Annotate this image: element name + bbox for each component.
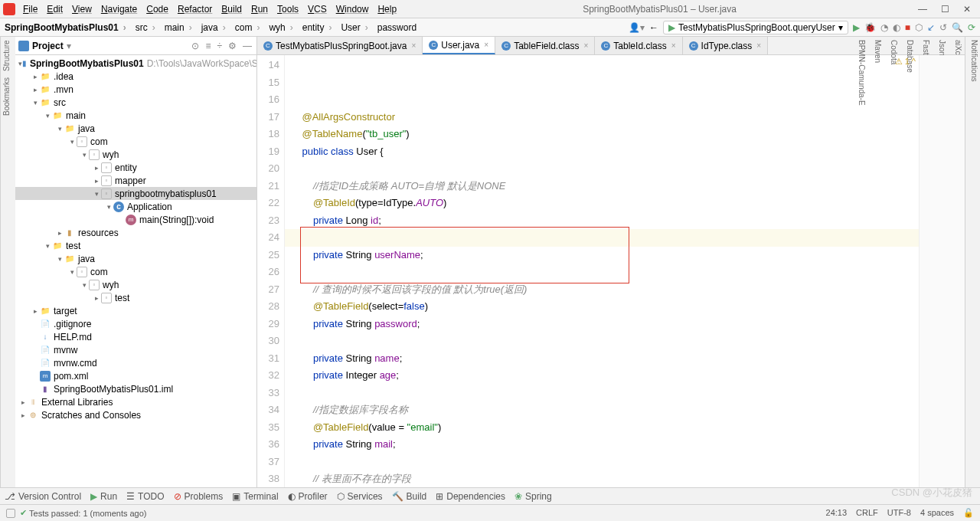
- right-tool-strip[interactable]: NotificationsaiXcoderJson ParserFast Req…: [965, 37, 980, 487]
- menu-edit[interactable]: Edit: [42, 2, 67, 16]
- close-tab-icon[interactable]: ×: [484, 41, 488, 49]
- settings-icon[interactable]: ⚙: [227, 41, 238, 51]
- window-title: SpringBootMybatisPlus01 – User.java: [403, 4, 916, 15]
- dependencies-tool[interactable]: ⊞ Dependencies: [436, 491, 505, 502]
- project-icon: [18, 41, 29, 51]
- menu-run[interactable]: Run: [247, 2, 273, 16]
- run-config-label: TestMybatisPlusSpringBoot.queryUser: [678, 22, 835, 33]
- build-tool[interactable]: 🔨 Build: [392, 491, 427, 502]
- run-config-select[interactable]: ▶ TestMybatisPlusSpringBoot.queryUser ▾: [663, 21, 848, 34]
- breadcrumb-item[interactable]: SpringBootMybatisPlus01: [0, 22, 131, 33]
- status-bar: ✔ Tests passed: 1 (moments ago) 24:13 CR…: [0, 504, 980, 521]
- chevron-down-icon: ▾: [838, 22, 843, 33]
- test-status-icon: ✔: [20, 508, 27, 518]
- file-encoding[interactable]: UTF-8: [887, 508, 911, 518]
- maximize-icon[interactable]: ☐: [941, 4, 949, 15]
- hide-icon[interactable]: —: [241, 41, 253, 51]
- close-tab-icon[interactable]: ×: [671, 41, 676, 50]
- close-icon[interactable]: ✕: [963, 4, 971, 15]
- terminal-tool[interactable]: ▣ Terminal: [232, 491, 278, 502]
- indent-info[interactable]: 4 spaces: [920, 508, 954, 518]
- run-tool[interactable]: ▶ Run: [90, 491, 117, 502]
- menu-code[interactable]: Code: [142, 2, 173, 16]
- code-editor[interactable]: ⚠ 1 ^ 1415161718192021222324252627282930…: [257, 55, 965, 487]
- profiler-icon[interactable]: ◐: [893, 22, 900, 33]
- run-icon: ▶: [668, 22, 675, 33]
- minimize-icon[interactable]: —: [918, 4, 927, 15]
- breadcrumb-item[interactable]: java: [197, 22, 230, 33]
- vcs-tool[interactable]: ⎇ Version Control: [5, 491, 81, 502]
- menu-window[interactable]: Window: [332, 2, 374, 16]
- project-panel-title: Project: [32, 41, 64, 51]
- breadcrumb-item[interactable]: src: [131, 22, 160, 33]
- line-separator[interactable]: CRLF: [856, 508, 878, 518]
- close-tab-icon[interactable]: ×: [756, 41, 761, 50]
- editor-tab[interactable]: CTestMybatisPlusSpringBoot.java×: [257, 37, 423, 54]
- coverage-icon[interactable]: ◔: [880, 22, 888, 33]
- menu-navigate[interactable]: Navigate: [96, 2, 142, 16]
- editor-tab[interactable]: CIdType.class×: [683, 37, 769, 54]
- profiler-tool[interactable]: ◐ Profiler: [288, 491, 328, 502]
- breadcrumb-item[interactable]: main: [160, 22, 197, 33]
- menu-file[interactable]: File: [18, 2, 42, 16]
- back-icon[interactable]: ←: [649, 22, 658, 33]
- spring-tool[interactable]: ❀ Spring: [514, 491, 552, 502]
- bottom-tool-bar: ⎇ Version Control ▶ Run ☰ TODO ⊘ Problem…: [0, 487, 980, 504]
- menu-tools[interactable]: Tools: [273, 2, 303, 16]
- project-tree[interactable]: ▾▮SpringBootMybatisPlus01D:\Tools\JavaWo…: [15, 55, 256, 487]
- editor-tab[interactable]: CTableField.class×: [495, 37, 595, 54]
- pull-icon[interactable]: ↙: [927, 22, 935, 33]
- close-tab-icon[interactable]: ×: [411, 41, 416, 50]
- left-tool-strip[interactable]: BookmarksStructure: [0, 37, 15, 487]
- editor-tab[interactable]: CUser.java×: [423, 37, 495, 54]
- menu-vcs[interactable]: VCS: [303, 2, 332, 16]
- collapse-icon[interactable]: ÷: [215, 41, 224, 51]
- breadcrumb-item[interactable]: wyh: [264, 22, 297, 33]
- git-icon[interactable]: ⬡: [915, 22, 923, 33]
- debug-icon[interactable]: 🐞: [864, 22, 876, 33]
- minimap[interactable]: [919, 55, 965, 487]
- user-icon[interactable]: 👤▾: [629, 22, 645, 33]
- navigation-bar: SpringBootMybatisPlus01srcmainjavacomwyh…: [0, 18, 980, 37]
- menu-refactor[interactable]: Refactor: [173, 2, 217, 16]
- app-logo-icon: [3, 3, 15, 15]
- close-tab-icon[interactable]: ×: [584, 41, 589, 50]
- stop-icon[interactable]: ■: [905, 22, 910, 33]
- breadcrumb-item[interactable]: com: [230, 22, 265, 33]
- menu-help[interactable]: Help: [373, 2, 401, 16]
- breadcrumb-item[interactable]: entity: [298, 22, 337, 33]
- editor-tab[interactable]: CTableId.class×: [595, 37, 682, 54]
- chevron-down-icon[interactable]: ▾: [67, 41, 71, 51]
- readonly-icon[interactable]: 🔓: [963, 508, 974, 518]
- history-icon[interactable]: ↺: [939, 22, 947, 33]
- problems-tool[interactable]: ⊘ Problems: [174, 491, 224, 502]
- run-button[interactable]: ▶: [853, 22, 860, 33]
- services-tool[interactable]: ⬡ Services: [337, 491, 383, 502]
- highlight-box: [300, 227, 629, 283]
- project-tool-window: Project ▾ ⊙ ≡ ÷ ⚙ — ▾▮SpringBootMybatisP…: [15, 37, 257, 487]
- line-gutter: 1415161718192021222324252627282930313233…: [257, 55, 285, 487]
- watermark: CSDN @小花皮猪: [891, 486, 972, 500]
- expand-icon[interactable]: ≡: [204, 41, 212, 51]
- status-message: Tests passed: 1 (moments ago): [29, 509, 146, 518]
- select-opened-icon[interactable]: ⊙: [190, 41, 201, 51]
- updates-icon[interactable]: ⟳: [968, 22, 975, 33]
- inspection-warning-icon[interactable]: ⚠ 1 ^: [895, 57, 916, 67]
- todo-tool[interactable]: ☰ TODO: [126, 491, 164, 502]
- caret-position[interactable]: 24:13: [826, 508, 848, 518]
- breadcrumb-item[interactable]: password: [373, 22, 426, 33]
- breadcrumb-item[interactable]: User: [336, 22, 372, 33]
- menu-view[interactable]: View: [67, 2, 96, 16]
- search-icon[interactable]: 🔍: [952, 22, 963, 33]
- editor-area: CTestMybatisPlusSpringBoot.java×CUser.ja…: [257, 37, 965, 487]
- menu-build[interactable]: Build: [217, 2, 247, 16]
- menu-bar: FileEditViewNavigateCodeRefactorBuildRun…: [0, 0, 980, 18]
